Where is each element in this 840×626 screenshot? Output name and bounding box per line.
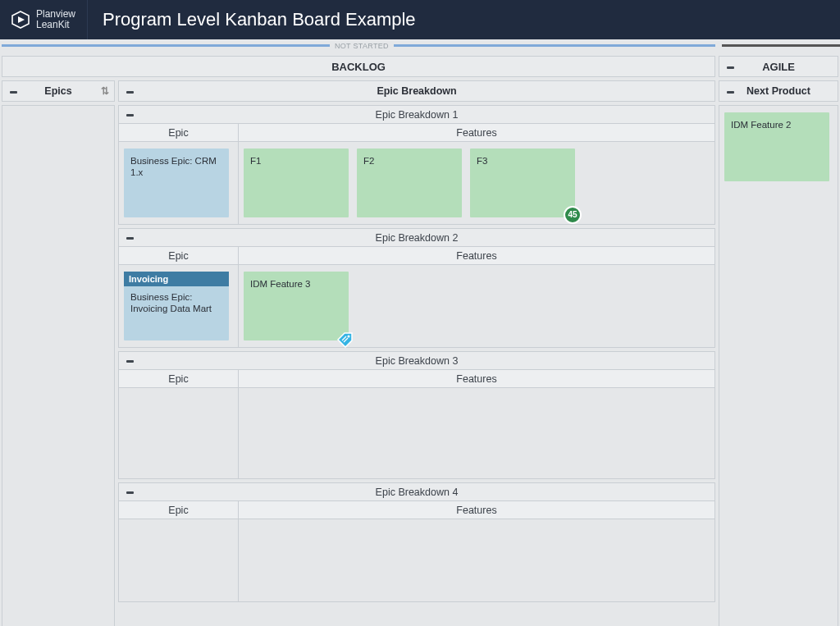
eb-group-3-title-label: Epic Breakdown 3 [376, 355, 459, 367]
eb2-feat-header[interactable]: Features [239, 247, 714, 265]
eb1-epic-col[interactable]: Business Epic: CRM 1.x [119, 142, 239, 224]
status-stripes: NOT STARTED [0, 44, 840, 56]
eb4-feat-header[interactable]: Features [239, 501, 714, 519]
lane-epic-breakdown: Epic Breakdown 1 Epic Features Business … [118, 105, 715, 626]
eb-group-1-title-label: Epic Breakdown 1 [376, 109, 459, 121]
col-header-epics[interactable]: Epics ⇅ [2, 80, 115, 102]
card-f1-title: F1 [250, 156, 261, 166]
collapse-icon[interactable] [124, 111, 135, 119]
top-bar: Planview LeanKit Program Level Kanban Bo… [0, 0, 840, 39]
planview-logo-icon [11, 11, 30, 29]
collapse-icon[interactable] [124, 88, 135, 96]
card-f2[interactable]: F2 [357, 149, 462, 217]
eb-group-3: Epic Breakdown 3 Epic Features [118, 351, 715, 479]
eb2-epic-col[interactable]: Invoicing Business Epic: Invoicing Data … [119, 265, 239, 347]
card-f2-title: F2 [363, 156, 374, 166]
eb4-epic-col[interactable] [119, 519, 239, 601]
eb1-feat-col[interactable]: F1 F2 F3 45 [239, 142, 714, 224]
card-invoicing-tag: Invoicing [124, 272, 229, 286]
col-header-epics-label: Epics [44, 85, 71, 97]
card-idm3[interactable]: IDM Feature 3 [244, 272, 349, 340]
eb-group-4-title-label: Epic Breakdown 4 [376, 487, 459, 498]
eb3-feat-col[interactable] [239, 388, 714, 478]
card-f3-title: F3 [477, 156, 487, 166]
eb1-feat-header[interactable]: Features [239, 124, 714, 142]
board: Epic Breakdown 1 Epic Features Business … [2, 105, 838, 626]
eb-group-2-title[interactable]: Epic Breakdown 2 [119, 229, 714, 247]
lane-header-backlog[interactable]: BACKLOG [2, 56, 715, 77]
eb3-cards-row [119, 388, 714, 478]
eb2-cards-row: Invoicing Business Epic: Invoicing Data … [119, 265, 714, 347]
eb-group-3-title[interactable]: Epic Breakdown 3 [119, 352, 714, 370]
status-label-not-started: NOT STARTED [330, 42, 394, 50]
next-card-area[interactable]: IDM Feature 2 [719, 105, 838, 626]
card-crm-epic-title: Business Epic: CRM 1.x [130, 156, 217, 177]
status-stripe-right [722, 44, 840, 47]
lane-header-agile-label: AGILE [762, 61, 795, 73]
eb3-feat-header[interactable]: Features [239, 370, 714, 388]
eb3-sub-headers: Epic Features [119, 370, 714, 388]
brand-line2: LeanKit [36, 20, 75, 30]
eb1-epic-header[interactable]: Epic [119, 124, 239, 142]
card-idm3-title: IDM Feature 3 [250, 279, 311, 289]
collapse-icon[interactable] [124, 357, 135, 365]
brand-text: Planview LeanKit [36, 9, 75, 30]
eb2-epic-header[interactable]: Epic [119, 247, 239, 265]
card-idm2-title: IDM Feature 2 [731, 120, 792, 130]
card-idm2[interactable]: IDM Feature 2 [724, 112, 829, 181]
card-invoicing-title: Business Epic: Invoicing Data Mart [130, 292, 212, 313]
eb-group-4: Epic Breakdown 4 Epic Features [118, 482, 715, 602]
lane-header-backlog-label: BACKLOG [331, 61, 386, 73]
card-f1[interactable]: F1 [244, 149, 349, 217]
sort-icon[interactable]: ⇅ [101, 85, 109, 97]
eb1-sub-headers: Epic Features [119, 124, 714, 142]
collapse-icon[interactable] [724, 88, 736, 96]
collapse-icon[interactable] [724, 63, 736, 71]
svg-marker-1 [18, 16, 25, 23]
eb-group-1: Epic Breakdown 1 Epic Features Business … [118, 105, 715, 225]
svg-point-2 [348, 336, 350, 338]
col-header-eb-label: Epic Breakdown [377, 85, 456, 97]
eb4-sub-headers: Epic Features [119, 501, 714, 519]
brand-logo: Planview LeanKit [0, 0, 88, 39]
eb-group-1-title[interactable]: Epic Breakdown 1 [119, 106, 714, 124]
eb4-feat-col[interactable] [239, 519, 714, 601]
collapse-icon[interactable] [124, 488, 135, 496]
page-title: Program Level Kanban Board Example [103, 9, 416, 30]
col-header-epic-breakdown[interactable]: Epic Breakdown [118, 80, 715, 102]
eb2-feat-col[interactable]: IDM Feature 3 [239, 265, 714, 347]
eb-group-2-title-label: Epic Breakdown 2 [376, 232, 459, 244]
card-f3-badge: 45 [564, 206, 582, 224]
card-crm-epic[interactable]: Business Epic: CRM 1.x [124, 149, 229, 217]
collapse-icon[interactable] [7, 88, 19, 96]
col-header-next[interactable]: Next Product [719, 80, 838, 102]
eb3-epic-col[interactable] [119, 388, 239, 478]
lane-epics[interactable] [2, 105, 115, 626]
eb-group-2: Epic Breakdown 2 Epic Features Invoicing… [118, 228, 715, 348]
eb4-cards-row [119, 519, 714, 601]
tag-icon [336, 329, 355, 349]
eb-group-4-title[interactable]: Epic Breakdown 4 [119, 483, 714, 501]
eb1-cards-row: Business Epic: CRM 1.x F1 F2 F3 45 [119, 142, 714, 224]
lane-headers: BACKLOG AGILE [2, 56, 838, 77]
lane-header-agile[interactable]: AGILE [719, 56, 838, 77]
eb4-epic-header[interactable]: Epic [119, 501, 239, 519]
column-headers: Epics ⇅ Epic Breakdown Next Product [2, 80, 838, 102]
collapse-icon[interactable] [124, 234, 135, 242]
lane-next: IDM Feature 2 [719, 105, 838, 626]
card-f3[interactable]: F3 45 [470, 149, 575, 217]
eb2-sub-headers: Epic Features [119, 247, 714, 265]
card-invoicing-epic[interactable]: Invoicing Business Epic: Invoicing Data … [124, 272, 229, 340]
eb3-epic-header[interactable]: Epic [119, 370, 239, 388]
col-header-next-label: Next Product [746, 85, 810, 97]
